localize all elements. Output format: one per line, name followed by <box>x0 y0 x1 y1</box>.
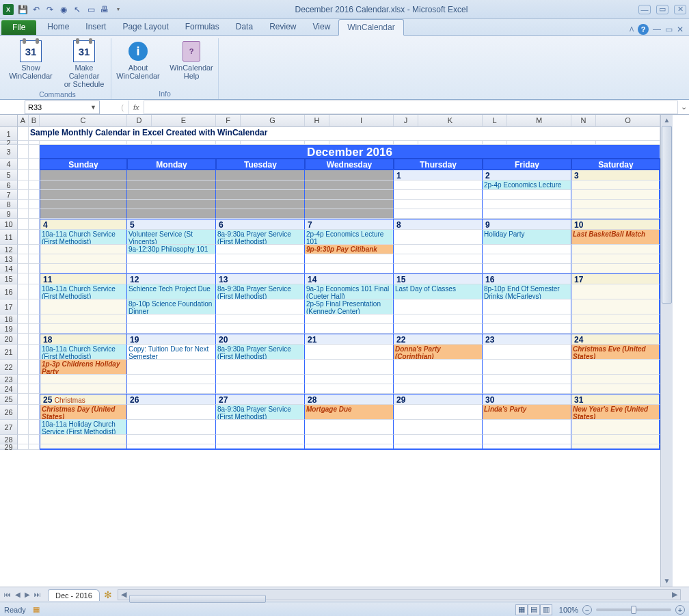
row-header[interactable]: 27 <box>0 420 18 435</box>
cell[interactable] <box>29 145 40 159</box>
row-header[interactable]: 29 <box>0 444 18 450</box>
column-header[interactable]: K <box>418 115 483 127</box>
cell[interactable] <box>216 170 305 180</box>
cell[interactable] <box>127 200 216 209</box>
row-header[interactable]: 5 <box>0 170 18 180</box>
cell[interactable] <box>127 180 216 190</box>
cell[interactable] <box>18 420 29 435</box>
column-header[interactable]: O <box>596 115 660 127</box>
cell[interactable] <box>394 384 483 394</box>
cell[interactable] <box>216 324 305 334</box>
cell[interactable]: 8a-9:30a Prayer Service (First Methodist… <box>216 345 305 360</box>
new-sheet-icon[interactable]: ✻ <box>104 589 112 600</box>
cell[interactable] <box>18 360 29 375</box>
cell[interactable] <box>305 200 394 209</box>
row-header[interactable]: 16 <box>0 284 18 299</box>
cell[interactable]: 18 <box>40 334 127 345</box>
cell[interactable]: 8p-10p Science Foundation Dinner <box>127 299 216 314</box>
cell[interactable]: Donna's Party (Corinthian) <box>394 345 483 360</box>
cell[interactable]: 3 <box>571 170 660 180</box>
cell[interactable] <box>127 314 216 324</box>
cell[interactable] <box>18 384 29 394</box>
cell[interactable]: New Year's Eve (United States) <box>571 405 660 420</box>
new-icon[interactable]: ▭ <box>85 3 97 16</box>
cell[interactable] <box>483 299 571 314</box>
normal-view-button[interactable]: ▦ <box>515 604 528 615</box>
cell[interactable] <box>483 324 571 334</box>
cell[interactable] <box>40 254 127 264</box>
worksheet-grid[interactable]: ABCDEFGHIJKLMNO 123456789101112131415161… <box>0 115 689 587</box>
page-layout-view-button[interactable]: ▤ <box>528 604 540 615</box>
cell[interactable] <box>18 254 29 264</box>
row-header[interactable]: 21 <box>0 345 18 360</box>
row-header[interactable]: 11 <box>0 230 18 245</box>
cell[interactable]: 19 <box>127 334 216 345</box>
cell[interactable] <box>394 375 483 384</box>
fx-label[interactable]: fx <box>129 101 144 114</box>
cell[interactable]: 9 <box>483 219 571 230</box>
cell[interactable] <box>18 284 29 299</box>
cell[interactable]: Linda's Party <box>483 405 571 420</box>
macro-record-icon[interactable]: ▦ <box>33 605 40 614</box>
cell[interactable] <box>40 170 127 180</box>
ribbon-button[interactable]: ?WinCalendarHelp <box>169 38 214 82</box>
cell[interactable] <box>18 190 29 200</box>
cell[interactable] <box>18 127 29 141</box>
cell[interactable]: 5 <box>127 219 216 230</box>
cell[interactable] <box>483 444 571 450</box>
cell[interactable]: 1 <box>394 170 483 180</box>
restore-button[interactable]: ▭ <box>656 5 668 14</box>
cell[interactable] <box>571 314 660 324</box>
cell[interactable]: 9a-12:30p Philosophy 101 <box>127 245 216 254</box>
cell[interactable] <box>127 375 216 384</box>
first-sheet-icon[interactable]: ⏮ <box>3 591 12 598</box>
cell[interactable] <box>29 420 40 435</box>
horizontal-scroll-thumb[interactable] <box>129 595 266 603</box>
cell[interactable] <box>483 200 571 209</box>
ribbon-tab-review[interactable]: Review <box>261 19 304 35</box>
row-header[interactable]: 3 <box>0 145 18 159</box>
cell[interactable] <box>571 180 660 190</box>
cell[interactable] <box>305 254 394 264</box>
scroll-up-icon[interactable]: ▲ <box>661 115 673 126</box>
print-icon[interactable]: 🖶 <box>98 3 111 16</box>
cell[interactable]: 10a-11a Church Service (First Methodist) <box>40 345 127 360</box>
cell[interactable] <box>18 334 29 345</box>
row-header[interactable]: 8 <box>0 200 18 209</box>
zoom-in-button[interactable]: + <box>675 605 685 615</box>
cell[interactable] <box>18 394 29 405</box>
row-header[interactable]: 23 <box>0 375 18 384</box>
cell[interactable] <box>40 384 127 394</box>
cell[interactable] <box>483 245 571 254</box>
ribbon-tab-home[interactable]: Home <box>39 19 77 35</box>
cell[interactable] <box>305 345 394 360</box>
cell[interactable] <box>394 314 483 324</box>
cell[interactable] <box>571 245 660 254</box>
cell[interactable]: Christmas Eve (United States) <box>571 345 660 360</box>
cell[interactable] <box>29 384 40 394</box>
row-header[interactable]: 4 <box>0 159 18 170</box>
cell[interactable] <box>216 384 305 394</box>
cell[interactable] <box>394 180 483 190</box>
workbook-restore-icon[interactable]: ▭ <box>665 25 673 34</box>
cell[interactable] <box>571 209 660 219</box>
cell[interactable] <box>127 254 216 264</box>
formula-input[interactable] <box>144 101 678 114</box>
cell[interactable]: 21 <box>305 334 394 345</box>
column-header[interactable]: G <box>241 115 305 127</box>
cell[interactable] <box>483 384 571 394</box>
cell[interactable]: 10a-11a Church Service (First Methodist) <box>40 230 127 245</box>
cell[interactable] <box>394 209 483 219</box>
select-icon[interactable]: ↖ <box>71 3 83 16</box>
cell[interactable] <box>29 219 40 230</box>
cell[interactable] <box>305 180 394 190</box>
row-header[interactable]: 9 <box>0 209 18 219</box>
cell[interactable]: 9p-9:30p Pay Citibank <box>305 245 394 254</box>
ribbon-button[interactable]: 31ShowWinCalendar <box>8 38 53 90</box>
ribbon-button[interactable]: iAboutWinCalendar <box>116 38 161 82</box>
scroll-left-icon[interactable]: ◀ <box>118 590 129 599</box>
cell[interactable]: Schience Tech Project Due <box>127 284 216 299</box>
cell[interactable] <box>40 209 127 219</box>
row-header[interactable]: 18 <box>0 314 18 324</box>
cell[interactable] <box>40 435 127 444</box>
